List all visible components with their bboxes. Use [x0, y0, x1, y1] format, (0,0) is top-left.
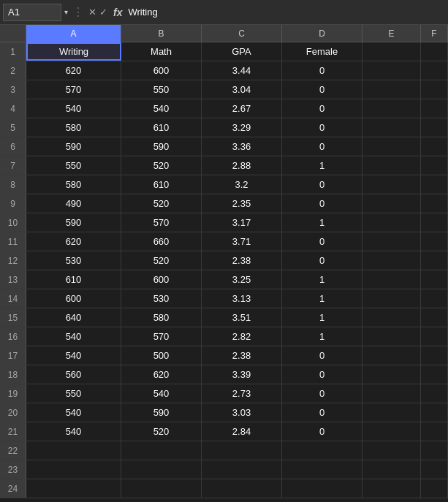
cell-e6[interactable] [362, 137, 421, 156]
cell-e3[interactable] [362, 80, 421, 99]
cell-d10[interactable]: 1 [282, 213, 362, 232]
cell-f3[interactable] [421, 80, 448, 99]
cell-a21[interactable]: 540 [26, 422, 121, 441]
cell-e2[interactable] [362, 61, 421, 80]
cell-a24[interactable] [26, 479, 121, 498]
cell-f20[interactable] [421, 403, 448, 422]
cell-c7[interactable]: 2.88 [202, 156, 282, 175]
table-row[interactable]: 35705503.040 [0, 80, 448, 99]
table-row[interactable]: 55806103.290 [0, 118, 448, 137]
cell-d6[interactable]: 0 [282, 137, 362, 156]
cell-c16[interactable]: 2.82 [202, 327, 282, 346]
cell-e11[interactable] [362, 232, 421, 251]
cell-a2[interactable]: 620 [26, 61, 121, 80]
cell-e18[interactable] [362, 365, 421, 384]
table-row[interactable]: 65905903.360 [0, 137, 448, 156]
cell-a10[interactable]: 590 [26, 213, 121, 232]
table-row[interactable]: 45405402.670 [0, 99, 448, 118]
cell-c1[interactable]: GPA [202, 42, 282, 61]
cell-a5[interactable]: 580 [26, 118, 121, 137]
table-row[interactable]: 94905202.350 [0, 194, 448, 213]
cell-e5[interactable] [362, 118, 421, 137]
cell-d7[interactable]: 1 [282, 156, 362, 175]
cell-b19[interactable]: 540 [121, 384, 202, 403]
cell-b13[interactable]: 600 [121, 270, 202, 289]
cell-d5[interactable]: 0 [282, 118, 362, 137]
cell-e14[interactable] [362, 289, 421, 308]
table-row[interactable]: 156405803.511 [0, 308, 448, 327]
cell-d17[interactable]: 0 [282, 346, 362, 365]
cell-b15[interactable]: 580 [121, 308, 202, 327]
cell-f11[interactable] [421, 232, 448, 251]
cell-f9[interactable] [421, 194, 448, 213]
cell-c11[interactable]: 3.71 [202, 232, 282, 251]
cell-a23[interactable] [26, 460, 121, 479]
cell-d20[interactable]: 0 [282, 403, 362, 422]
cell-e21[interactable] [362, 422, 421, 441]
cell-f6[interactable] [421, 137, 448, 156]
cell-b23[interactable] [121, 460, 202, 479]
cell-e22[interactable] [362, 441, 421, 460]
cell-a11[interactable]: 620 [26, 232, 121, 251]
cell-c10[interactable]: 3.17 [202, 213, 282, 232]
table-row[interactable]: 85806103.20 [0, 175, 448, 194]
cell-c9[interactable]: 2.35 [202, 194, 282, 213]
table-row[interactable]: 116206603.710 [0, 232, 448, 251]
table-row[interactable]: 215405202.840 [0, 422, 448, 441]
cell-c24[interactable] [202, 479, 282, 498]
cell-d15[interactable]: 1 [282, 308, 362, 327]
table-row[interactable]: 165405702.821 [0, 327, 448, 346]
cell-b18[interactable]: 620 [121, 365, 202, 384]
cell-a6[interactable]: 590 [26, 137, 121, 156]
cell-b10[interactable]: 570 [121, 213, 202, 232]
cell-d12[interactable]: 0 [282, 251, 362, 270]
cancel-icon[interactable]: ✕ [88, 7, 96, 18]
cell-d8[interactable]: 0 [282, 175, 362, 194]
table-row[interactable]: 146005303.131 [0, 289, 448, 308]
cell-d1[interactable]: Female [282, 42, 362, 61]
cell-b14[interactable]: 530 [121, 289, 202, 308]
cell-a22[interactable] [26, 441, 121, 460]
cell-e17[interactable] [362, 346, 421, 365]
cell-c8[interactable]: 3.2 [202, 175, 282, 194]
table-row[interactable]: 205405903.030 [0, 403, 448, 422]
cell-c14[interactable]: 3.13 [202, 289, 282, 308]
cell-a12[interactable]: 530 [26, 251, 121, 270]
cell-d11[interactable]: 0 [282, 232, 362, 251]
cell-b16[interactable]: 570 [121, 327, 202, 346]
cell-d22[interactable] [282, 441, 362, 460]
cell-c18[interactable]: 3.39 [202, 365, 282, 384]
cell-f12[interactable] [421, 251, 448, 270]
cell-b24[interactable] [121, 479, 202, 498]
cell-e20[interactable] [362, 403, 421, 422]
cell-c17[interactable]: 2.38 [202, 346, 282, 365]
table-row[interactable]: 125305202.380 [0, 251, 448, 270]
cell-e1[interactable] [362, 42, 421, 61]
col-header-a[interactable]: A [26, 25, 121, 42]
cell-e12[interactable] [362, 251, 421, 270]
cell-e19[interactable] [362, 384, 421, 403]
cell-f5[interactable] [421, 118, 448, 137]
cell-b2[interactable]: 600 [121, 61, 202, 80]
cell-a9[interactable]: 490 [26, 194, 121, 213]
cell-e9[interactable] [362, 194, 421, 213]
cell-c15[interactable]: 3.51 [202, 308, 282, 327]
cell-e15[interactable] [362, 308, 421, 327]
cell-a1[interactable]: Writing [26, 42, 121, 61]
cell-d21[interactable]: 0 [282, 422, 362, 441]
confirm-icon[interactable]: ✓ [99, 7, 107, 18]
table-row[interactable]: 175405002.380 [0, 346, 448, 365]
cell-d23[interactable] [282, 460, 362, 479]
cell-c12[interactable]: 2.38 [202, 251, 282, 270]
cell-a15[interactable]: 640 [26, 308, 121, 327]
cell-c19[interactable]: 2.73 [202, 384, 282, 403]
table-row[interactable]: 22 [0, 441, 448, 460]
cell-a13[interactable]: 610 [26, 270, 121, 289]
cell-b9[interactable]: 520 [121, 194, 202, 213]
cell-reference-box[interactable]: A1 [3, 4, 61, 21]
cell-b1[interactable]: Math [121, 42, 202, 61]
cell-b20[interactable]: 590 [121, 403, 202, 422]
cell-b12[interactable]: 520 [121, 251, 202, 270]
cell-f22[interactable] [421, 441, 448, 460]
cell-d24[interactable] [282, 479, 362, 498]
